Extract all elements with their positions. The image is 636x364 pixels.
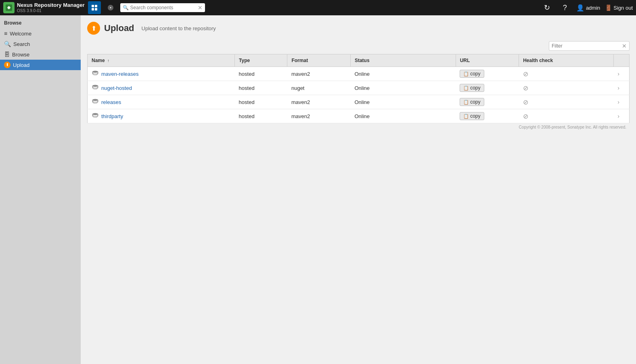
copy-url-button-4[interactable]: 📋 copy: [460, 112, 484, 120]
welcome-icon: ≡: [4, 30, 7, 37]
cell-url-2: 📋 copy: [456, 81, 519, 95]
browse-nav-button[interactable]: [88, 1, 101, 14]
upload-icon: ⬆: [4, 62, 10, 68]
col-header-format[interactable]: Format: [287, 54, 350, 67]
cell-type-4: hosted: [235, 109, 287, 123]
footer: Copyright © 2008-present, Sonatype Inc. …: [87, 123, 630, 131]
navbar: Nexus Repository Manager OSS 3.9.0-01 ⚙ …: [0, 0, 636, 15]
row-expand-arrow-4[interactable]: ›: [617, 113, 619, 119]
cell-format-2: nuget: [287, 81, 350, 95]
cell-arrow-1[interactable]: ›: [613, 67, 629, 81]
settings-nav-button[interactable]: ⚙: [104, 1, 117, 14]
row-expand-arrow-1[interactable]: ›: [617, 71, 619, 77]
sidebar-item-search[interactable]: 🔍 Search: [0, 39, 81, 49]
cell-status-1: Online: [350, 67, 456, 81]
page-subtitle: Upload content to the repository: [142, 25, 216, 31]
search-icon: 🔍: [123, 5, 129, 10]
row-expand-arrow-3[interactable]: ›: [617, 99, 619, 105]
cell-arrow-3[interactable]: ›: [613, 95, 629, 109]
table-row: maven-releases hosted maven2 Online 📋 co…: [88, 67, 630, 81]
filter-input[interactable]: [552, 43, 620, 49]
copy-icon-3: 📋: [463, 100, 469, 105]
sidebar-item-label-search: Search: [13, 41, 30, 47]
cell-type-2: hosted: [235, 81, 287, 95]
signout-button[interactable]: 🚪 Sign out: [605, 4, 633, 11]
search-box: 🔍 ✕: [120, 3, 205, 12]
col-header-url[interactable]: URL: [456, 54, 519, 67]
cell-format-1: maven2: [287, 67, 350, 81]
page-header-icon: ⬆: [87, 22, 100, 35]
sidebar-section-title: Browse: [0, 19, 81, 28]
sidebar-item-label-welcome: Welcome: [10, 31, 31, 37]
cell-type-3: hosted: [235, 95, 287, 109]
svg-point-1: [8, 6, 10, 9]
search-clear-icon[interactable]: ✕: [198, 4, 203, 11]
search-sidebar-icon: 🔍: [4, 41, 11, 47]
search-input[interactable]: [130, 5, 196, 10]
col-header-type[interactable]: Type: [235, 54, 287, 67]
repo-name-4[interactable]: thirdparty: [101, 113, 123, 119]
svg-point-9: [92, 113, 98, 115]
svg-point-8: [92, 99, 98, 101]
page-header: ⬆ Upload Upload content to the repositor…: [87, 22, 630, 35]
cell-arrow-2[interactable]: ›: [613, 81, 629, 95]
user-icon: 👤: [576, 4, 584, 12]
repo-name-3[interactable]: releases: [101, 99, 121, 105]
cell-name-2: nuget-hosted: [88, 81, 235, 95]
signout-icon: 🚪: [605, 4, 612, 11]
col-header-health: Health check: [519, 54, 614, 67]
main-content: ⬆ Upload Upload content to the repositor…: [81, 15, 636, 364]
sidebar-item-upload[interactable]: ⬆ Upload: [0, 60, 81, 70]
svg-point-6: [92, 71, 98, 73]
cell-status-3: Online: [350, 95, 456, 109]
table-row: releases hosted maven2 Online 📋 copy ⊘ ›: [88, 95, 630, 109]
sort-arrow-icon: ↑: [107, 58, 109, 63]
repo-name-1[interactable]: maven-releases: [101, 71, 139, 77]
repository-table: Name ↑ Type Format Status URL Health che…: [87, 54, 630, 123]
help-button[interactable]: ?: [559, 1, 571, 14]
copy-url-button-3[interactable]: 📋 copy: [460, 98, 484, 106]
filter-input-box: ✕: [549, 41, 630, 51]
filter-row: ✕: [87, 41, 630, 51]
cell-health-1: ⊘: [519, 67, 614, 81]
signout-label: Sign out: [613, 5, 633, 11]
table-row: thirdparty hosted maven2 Online 📋 copy ⊘…: [88, 109, 630, 123]
svg-rect-4: [92, 8, 94, 10]
cell-format-4: maven2: [287, 109, 350, 123]
cell-name-4: thirdparty: [88, 109, 235, 123]
brand: Nexus Repository Manager OSS 3.9.0-01: [3, 2, 85, 13]
repo-name-2[interactable]: nuget-hosted: [101, 85, 132, 91]
svg-point-7: [92, 85, 98, 87]
cell-type-1: hosted: [235, 67, 287, 81]
health-check-icon-3: ⊘: [523, 99, 528, 106]
db-icon-3: [92, 99, 99, 106]
cell-health-3: ⊘: [519, 95, 614, 109]
table-header-row: Name ↑ Type Format Status URL Health che…: [88, 54, 630, 67]
cell-name-3: releases: [88, 95, 235, 109]
copy-url-button-1[interactable]: 📋 copy: [460, 70, 484, 78]
svg-rect-2: [92, 5, 94, 7]
sidebar-item-browse[interactable]: 🗄 Browse: [0, 49, 81, 60]
cell-name-1: maven-releases: [88, 67, 235, 81]
db-icon-4: [92, 113, 99, 120]
user-info[interactable]: 👤 admin: [576, 4, 600, 12]
row-expand-arrow-2[interactable]: ›: [617, 85, 619, 91]
col-header-status[interactable]: Status: [350, 54, 456, 67]
refresh-button[interactable]: ↻: [541, 1, 554, 14]
cell-url-1: 📋 copy: [456, 67, 519, 81]
app-title: Nexus Repository Manager: [17, 2, 85, 8]
svg-rect-3: [95, 5, 97, 7]
copy-url-button-2[interactable]: 📋 copy: [460, 84, 484, 92]
cell-arrow-4[interactable]: ›: [613, 109, 629, 123]
sidebar-item-welcome[interactable]: ≡ Welcome: [0, 28, 81, 39]
sidebar-item-label-upload: Upload: [13, 62, 29, 68]
col-header-name[interactable]: Name ↑: [88, 54, 235, 67]
health-check-icon-4: ⊘: [523, 113, 528, 120]
sidebar: Browse ≡ Welcome 🔍 Search 🗄 Browse ⬆ Upl…: [0, 15, 81, 364]
col-header-arrow: [613, 54, 629, 67]
filter-clear-icon[interactable]: ✕: [622, 43, 627, 49]
cell-status-4: Online: [350, 109, 456, 123]
footer-text: Copyright © 2008-present, Sonatype Inc. …: [519, 125, 626, 129]
cell-health-4: ⊘: [519, 109, 614, 123]
table-row: nuget-hosted hosted nuget Online 📋 copy …: [88, 81, 630, 95]
